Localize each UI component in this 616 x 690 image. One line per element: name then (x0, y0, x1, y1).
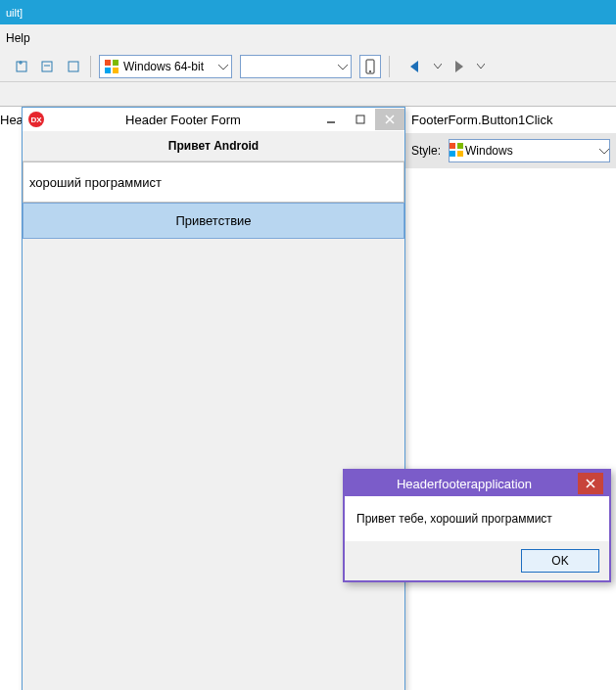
menu-bar: Help (0, 24, 616, 52)
svg-rect-2 (69, 62, 78, 71)
windows-icon (104, 59, 119, 74)
toolbar-btn-2[interactable] (39, 58, 57, 75)
chevron-down-icon[interactable] (335, 60, 351, 73)
name-input[interactable]: хороший программист (23, 161, 404, 203)
svg-rect-3 (105, 60, 111, 66)
style-label: Style: (411, 144, 441, 158)
app-icon-text: DX (30, 115, 41, 124)
header-footer-form-window: DX Header Footer Form Привет Android хор… (22, 107, 405, 690)
svg-rect-11 (450, 151, 455, 157)
minimize-button[interactable] (316, 109, 346, 130)
ide-titlebar-fragment: uilt] (0, 0, 616, 24)
svg-rect-5 (105, 68, 111, 73)
ide-titlebar-text: uilt] (6, 7, 23, 19)
tab-strip (0, 82, 616, 107)
form-body (23, 239, 404, 690)
right-panel: FooterForm.Button1Click Style: Windows (405, 107, 616, 168)
dialog-close-button[interactable] (578, 473, 603, 494)
style-dropdown[interactable]: Windows (449, 139, 610, 162)
window-titlebar[interactable]: DX Header Footer Form (23, 108, 404, 131)
code-breadcrumb[interactable]: FooterForm.Button1Click (405, 107, 616, 133)
nav-group (407, 58, 490, 75)
menu-help[interactable]: Help (6, 31, 30, 45)
greet-button[interactable]: Приветствие (23, 203, 404, 239)
window-title: Header Footer Form (50, 113, 316, 127)
dialog-ok-button[interactable]: OK (521, 549, 599, 573)
form-header-label: Привет Android (23, 131, 404, 161)
svg-rect-13 (356, 115, 364, 123)
message-dialog: Headerfooterapplication Привет тебе, хор… (343, 469, 611, 582)
target-platform-dropdown[interactable]: Windows 64-bit (99, 55, 232, 78)
nav-forward-button[interactable] (450, 58, 468, 75)
nav-forward-menu[interactable] (472, 58, 490, 75)
svg-rect-6 (113, 68, 118, 73)
dialog-footer: OK (345, 541, 609, 580)
nav-back-menu[interactable] (429, 58, 447, 75)
svg-rect-9 (450, 143, 455, 149)
app-icon: DX (28, 112, 44, 127)
toolbar-separator (389, 56, 390, 77)
svg-rect-1 (42, 62, 52, 71)
mobile-device-button[interactable] (359, 55, 381, 78)
dialog-titlebar[interactable]: Headerfooterapplication (345, 471, 609, 496)
windows-icon (450, 143, 463, 160)
maximize-button[interactable] (346, 109, 375, 130)
style-value: Windows (463, 144, 599, 158)
toolbar-btn-1[interactable] (14, 58, 31, 75)
device-dropdown[interactable] (240, 55, 352, 78)
toolbar-btn-3[interactable] (65, 58, 82, 75)
style-row: Style: Windows (405, 133, 616, 168)
left-panel-cut-text: Hea (0, 113, 24, 127)
nav-back-button[interactable] (407, 58, 425, 75)
target-platform-label: Windows 64-bit (123, 60, 215, 73)
dialog-ok-label: OK (551, 554, 568, 568)
dialog-title: Headerfooterapplication (351, 477, 578, 491)
chevron-down-icon[interactable] (599, 144, 609, 158)
close-button[interactable] (375, 109, 404, 130)
svg-point-8 (369, 70, 371, 72)
toolbar: Windows 64-bit (0, 52, 616, 82)
chevron-down-icon[interactable] (215, 60, 231, 73)
greet-button-label: Приветствие (175, 213, 251, 228)
dialog-message: Привет тебе, хороший программист (345, 496, 609, 541)
svg-rect-4 (113, 60, 118, 66)
toolbar-separator (90, 56, 91, 77)
workspace: Hea FooterForm.Button1Click Style: Windo… (0, 107, 616, 690)
name-input-value: хороший программист (29, 175, 162, 190)
